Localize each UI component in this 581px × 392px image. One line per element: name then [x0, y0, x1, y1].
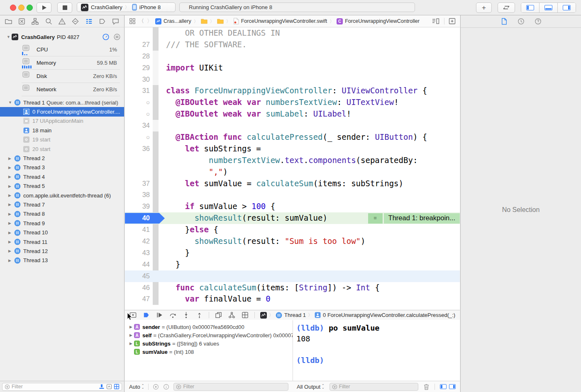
back-button[interactable]: 〈	[139, 17, 144, 25]
breadcrumb-item[interactable]: Cras...allery	[155, 18, 191, 24]
code-line[interactable]: 34	[125, 120, 460, 131]
step-into-button[interactable]	[182, 311, 190, 319]
view-hierarchy-button[interactable]	[215, 311, 222, 319]
disclosure-triangle-icon[interactable]: ▶	[129, 325, 134, 329]
environment-overrides-button[interactable]	[241, 311, 249, 319]
console-filter-input[interactable]: Filter	[330, 383, 418, 391]
thread-row[interactable]: ▶Thread 4	[0, 172, 124, 181]
navigator-tab-project[interactable]	[5, 17, 12, 25]
code-line[interactable]: 46 func calculateSum(items: [String]) ->…	[125, 282, 460, 294]
breakpoint-annotation[interactable]: ≡Thread 1: breakpoin...	[368, 213, 460, 224]
ib-connection-well[interactable]: ○	[125, 131, 153, 143]
variable-row[interactable]: ▶Asender= (UIButton) 0x00007fea5690cd00	[125, 323, 293, 331]
disclosure-triangle-icon[interactable]: ▼	[7, 35, 12, 39]
info-icon[interactable]	[163, 384, 169, 390]
filter-flat-toggle-icon[interactable]	[99, 384, 105, 390]
gauge-row-memory[interactable]: Memory59.5 MB	[0, 56, 124, 70]
console-output-popup[interactable]: All Output ⌃⌄	[297, 384, 325, 390]
debug-thread-label[interactable]: Thread 1	[284, 312, 306, 318]
disclosure-triangle-icon[interactable]: ▶	[8, 202, 14, 207]
toggle-debug-area-button[interactable]	[539, 3, 557, 12]
disclosure-triangle-icon[interactable]: ▶	[8, 212, 14, 216]
toggle-variables-view-button[interactable]	[440, 384, 447, 389]
stack-frame-row[interactable]: 17 UIApplicationMain	[0, 117, 124, 126]
ib-connection-well[interactable]: ○	[125, 108, 153, 120]
navigator-tab-debug[interactable]	[85, 17, 93, 25]
code-line[interactable]: 31class ForceUnwrappingViewController: U…	[125, 85, 460, 97]
scheme-selector[interactable]: CrashGallery 〉 iPhone 8	[77, 2, 176, 12]
inspector-tab-file[interactable]	[500, 17, 508, 25]
disclosure-triangle-icon[interactable]: ▶	[8, 249, 14, 253]
navigator-tab-reports[interactable]	[112, 17, 120, 25]
thread-row[interactable]: ▶Thread 13	[0, 256, 124, 265]
inspector-tab-help[interactable]	[534, 17, 542, 25]
disclosure-triangle-icon[interactable]: ▼	[8, 100, 14, 105]
code-line[interactable]: 28	[125, 51, 460, 62]
minimize-window-button[interactable]	[18, 5, 24, 11]
show-only-modified-icon[interactable]	[153, 384, 159, 390]
navigator-tab-breakpoints[interactable]	[98, 17, 106, 25]
source-editor[interactable]: OR OTHER DEALINGS IN27/// THE SOFTWARE.2…	[125, 27, 460, 310]
variable-row[interactable]: ▶LsubStrings= ([String]) 6 values	[125, 339, 293, 348]
forward-button[interactable]: 〉	[147, 17, 152, 25]
thread-row[interactable]: ▶Thread 3	[0, 163, 124, 172]
code-line[interactable]: 36 let subStrings =	[125, 143, 460, 155]
code-line[interactable]: numbersTextView.text.components(separate…	[125, 155, 460, 166]
code-line[interactable]: ○ @IBAction func calculatePressed(_ send…	[125, 131, 460, 143]
variables-view[interactable]: ▶Asender= (UIButton) 0x00007fea5690cd00▶…	[125, 320, 293, 382]
step-over-button[interactable]	[169, 311, 177, 319]
code-line[interactable]: ○ @IBOutlet weak var sumLabel: UILabel!	[125, 108, 460, 120]
code-line[interactable]: 38	[125, 189, 460, 201]
pause-process-icon[interactable]	[113, 33, 121, 41]
variables-filter-input[interactable]: Filter	[173, 383, 288, 391]
filter-view-toggle-icon[interactable]	[114, 384, 120, 390]
code-line[interactable]: 37 let sumValue = calculateSum(items: su…	[125, 178, 460, 190]
code-line[interactable]: 29import UIKit	[125, 62, 460, 74]
variable-row[interactable]: LsumValue= (Int) 108	[125, 348, 293, 356]
stack-frame-row[interactable]: 20 start	[0, 144, 124, 153]
code-line[interactable]: 40 showResult(result: sumValue)≡Thread 1…	[125, 212, 460, 224]
navigator-filter-input[interactable]: Filter	[2, 383, 122, 391]
code-line[interactable]: 41 }else {	[125, 224, 460, 236]
memory-graph-button[interactable]	[228, 311, 236, 319]
toggle-console-button[interactable]	[449, 384, 456, 389]
breadcrumb-item[interactable]: CForceUnwrappingViewController	[337, 18, 420, 24]
breakpoints-active-button[interactable]	[142, 311, 150, 319]
disclosure-triangle-icon[interactable]: ▶	[8, 221, 14, 225]
thread-row[interactable]: ▼Thread 1Queue: com.a...thread (serial)	[0, 98, 124, 107]
navigator-tab-tests[interactable]	[71, 17, 79, 25]
filter-crashed-toggle-icon[interactable]	[106, 384, 112, 390]
clear-console-button[interactable]	[423, 383, 430, 390]
disclosure-triangle-icon[interactable]: ▶	[8, 166, 14, 170]
code-line[interactable]: 42 showResult(result: "Sum is too low")	[125, 236, 460, 247]
thread-row[interactable]: ▶Thread 2	[0, 153, 124, 163]
ib-connection-well[interactable]: ○	[125, 97, 153, 108]
navigator-tab-search[interactable]	[45, 17, 53, 25]
add-editor-icon[interactable]	[449, 18, 456, 24]
adjust-editor-icon[interactable]	[432, 18, 440, 24]
code-line[interactable]: ",")	[125, 166, 460, 178]
variable-row[interactable]: ▶Aself= (CrashGallery.ForceUnwrappingVie…	[125, 331, 293, 339]
gauge-row-disk[interactable]: DiskZero KB/s	[0, 70, 124, 83]
thread-row[interactable]: ▶Thread 10	[0, 228, 124, 237]
console[interactable]: (lldb) po sumValue108 (lldb)	[293, 320, 460, 382]
toggle-inspector-button[interactable]	[557, 3, 576, 12]
variables-scope-popup[interactable]: Auto ⌃⌄	[129, 384, 144, 390]
thread-row[interactable]: ▶Thread 5	[0, 182, 124, 191]
code-line[interactable]: 39 if sumValue > 100 {	[125, 201, 460, 212]
disclosure-triangle-icon[interactable]: ▶	[8, 193, 14, 197]
annotation-menu-icon[interactable]: ≡	[368, 213, 383, 224]
thread-row[interactable]: ▶com.apple.uikit.eventfetch-thread (6)	[0, 191, 124, 200]
toggle-navigator-button[interactable]	[521, 3, 539, 12]
navigator-tab-symbols[interactable]	[31, 17, 39, 25]
disclosure-triangle-icon[interactable]: ▶	[8, 156, 14, 161]
code-line[interactable]: OR OTHER DEALINGS IN	[125, 27, 460, 39]
zoom-window-button[interactable]	[27, 5, 33, 11]
breadcrumb-item[interactable]: ForceUnwrappingViewController.swift	[233, 18, 327, 24]
code-line[interactable]: 44 }	[125, 259, 460, 270]
disclosure-triangle-icon[interactable]: ▶	[8, 231, 14, 235]
step-out-button[interactable]	[195, 311, 203, 319]
library-add-button[interactable]: +	[476, 2, 492, 13]
disclosure-triangle-icon[interactable]: ▶	[8, 258, 14, 263]
stack-frame-row[interactable]: 18 main	[0, 126, 124, 135]
